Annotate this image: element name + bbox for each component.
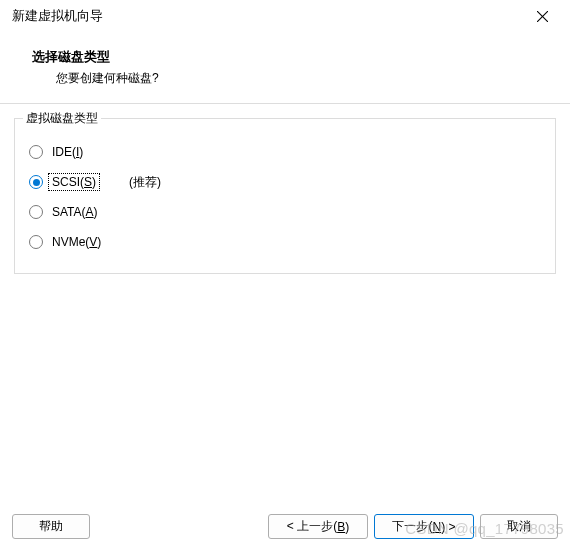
radio-label: IDE(I) bbox=[49, 144, 86, 160]
radio-icon bbox=[29, 235, 43, 249]
radio-label: NVMe(V) bbox=[49, 234, 104, 250]
next-button[interactable]: 下一步(N) > bbox=[374, 514, 474, 539]
button-bar: 帮助 < 上一步(B) 下一步(N) > 取消 bbox=[0, 514, 570, 539]
titlebar: 新建虚拟机向导 bbox=[0, 0, 570, 34]
help-button[interactable]: 帮助 bbox=[12, 514, 90, 539]
window-title: 新建虚拟机向导 bbox=[12, 8, 103, 25]
cancel-button[interactable]: 取消 bbox=[480, 514, 558, 539]
close-icon bbox=[537, 11, 548, 22]
radio-option-sata[interactable]: SATA(A) bbox=[29, 197, 541, 227]
page-subtitle: 您要创建何种磁盘? bbox=[56, 70, 558, 87]
wizard-header: 选择磁盘类型 您要创建何种磁盘? bbox=[0, 34, 570, 104]
radio-hint: (推荐) bbox=[129, 174, 161, 191]
radio-icon bbox=[29, 145, 43, 159]
close-button[interactable] bbox=[526, 1, 558, 33]
radio-label: SATA(A) bbox=[49, 204, 101, 220]
radio-icon bbox=[29, 175, 43, 189]
page-title: 选择磁盘类型 bbox=[32, 48, 558, 66]
radio-option-scsi[interactable]: SCSI(S) (推荐) bbox=[29, 167, 541, 197]
group-label: 虚拟磁盘类型 bbox=[23, 110, 101, 127]
disk-type-group: 虚拟磁盘类型 IDE(I) SCSI(S) (推荐) SATA(A) NVMe(… bbox=[14, 118, 556, 274]
radio-option-ide[interactable]: IDE(I) bbox=[29, 137, 541, 167]
content-area: 虚拟磁盘类型 IDE(I) SCSI(S) (推荐) SATA(A) NVMe(… bbox=[0, 104, 570, 274]
back-button[interactable]: < 上一步(B) bbox=[268, 514, 368, 539]
radio-option-nvme[interactable]: NVMe(V) bbox=[29, 227, 541, 257]
radio-label: SCSI(S) bbox=[49, 174, 99, 190]
radio-icon bbox=[29, 205, 43, 219]
